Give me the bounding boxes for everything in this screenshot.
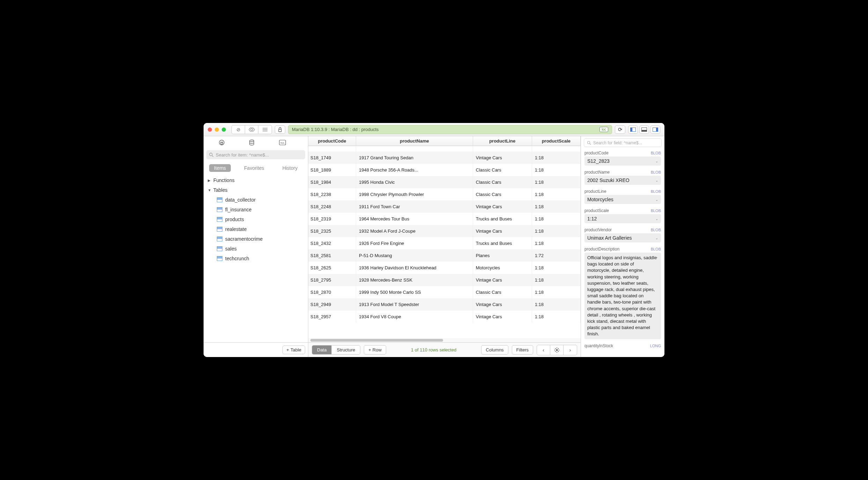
table-row[interactable]: S18_26251936 Harley Davidson El Knuckleh… [308, 262, 581, 274]
table-row[interactable]: S18_19841995 Honda CivicClassic Cars1:18 [308, 176, 581, 188]
table-cell[interactable]: 1:18 [532, 176, 580, 188]
table-row[interactable]: S18_23251932 Model A Ford J-CoupeVintage… [308, 225, 581, 237]
sidebar-tab-favorites[interactable]: Favorites [239, 164, 269, 172]
database-icon[interactable] [249, 139, 263, 146]
minimize-window-button[interactable] [215, 128, 219, 132]
table-cell[interactable]: S18_1889 [308, 164, 356, 176]
table-cell[interactable]: S18_2319 [308, 213, 356, 225]
table-cell[interactable] [356, 146, 473, 152]
sql-icon[interactable]: SQL [279, 140, 293, 145]
tree-section-tables[interactable]: ▼ Tables [204, 185, 308, 195]
table-cell[interactable]: 1:18 [532, 225, 580, 237]
column-header-productLine[interactable]: productLine [473, 136, 532, 146]
table-cell[interactable]: 1926 Ford Fire Engine [356, 237, 473, 249]
table-cell[interactable]: 1:18 [532, 262, 580, 274]
table-row[interactable]: S18_24321926 Ford Fire EngineTrucks and … [308, 237, 581, 249]
field-value[interactable]: 1:12⌄ [584, 214, 661, 223]
table-cell[interactable]: Classic Cars [473, 188, 532, 201]
table-cell[interactable]: 1913 Ford Model T Speedster [356, 298, 473, 311]
field-value[interactable]: 2002 Suzuki XREO⌄ [584, 176, 661, 185]
inspector-search[interactable]: Search for field: ^name$... [584, 138, 662, 147]
table-cell[interactable]: P-51-D Mustang [356, 249, 473, 262]
plug-icon[interactable] [219, 139, 233, 146]
table-cell[interactable]: S18_2581 [308, 249, 356, 262]
sidebar-tab-history[interactable]: History [278, 164, 303, 172]
table-cell[interactable]: 1999 Indy 500 Monte Carlo SS [356, 286, 473, 298]
table-cell[interactable]: 1998 Chrysler Plymouth Prowler [356, 188, 473, 201]
field-value[interactable]: S12_2823⌄ [584, 157, 661, 166]
field-value[interactable]: Motorcycles⌄ [584, 195, 661, 204]
table-cell[interactable]: 1:18 [532, 237, 580, 249]
table-cell[interactable]: Vintage Cars [473, 311, 532, 323]
table-cell[interactable]: 1:18 [532, 164, 580, 176]
add-row-button[interactable]: + Row [364, 345, 386, 355]
table-cell[interactable]: S18_2432 [308, 237, 356, 249]
tree-section-functions[interactable]: ▶ Functions [204, 175, 308, 185]
toggle-right-panel[interactable] [650, 125, 660, 134]
table-row[interactable] [308, 146, 581, 152]
table-cell[interactable]: 1995 Honda Civic [356, 176, 473, 188]
table-cell[interactable]: S18_2325 [308, 225, 356, 237]
table-cell[interactable] [532, 146, 580, 152]
table-cell[interactable]: 1917 Grand Touring Sedan [356, 152, 473, 164]
refresh-button[interactable]: ⟳ [615, 125, 625, 134]
table-cell[interactable]: 1:18 [532, 201, 580, 213]
table-row[interactable]: S18_2581P-51-D MustangPlanes1:72 [308, 249, 581, 262]
gear-icon[interactable] [550, 345, 564, 355]
table-cell[interactable]: 1:18 [532, 152, 580, 164]
table-scroll[interactable]: productCodeproductNameproductLineproduct… [308, 136, 581, 342]
table-cell[interactable]: Vintage Cars [473, 201, 532, 213]
table-cell[interactable]: 1928 Mercedes-Benz SSK [356, 274, 473, 286]
horizontal-scrollbar-thumb[interactable] [310, 339, 443, 342]
table-row[interactable]: S18_29571934 Ford V8 CoupeVintage Cars1:… [308, 311, 581, 323]
eye-icon[interactable] [245, 125, 258, 134]
sidebar-table-techcrunch[interactable]: techcrunch [204, 254, 308, 263]
table-cell[interactable]: S18_2957 [308, 311, 356, 323]
table-cell[interactable]: 1:18 [532, 188, 580, 201]
table-cell[interactable]: Classic Cars [473, 176, 532, 188]
field-value[interactable]: ⌄Official logos and insignias, saddle ba… [584, 253, 661, 339]
column-header-productScale[interactable]: productScale [532, 136, 580, 146]
breadcrumb[interactable]: MariaDB 1:10.3.9 : MariaDB : dd : produc… [288, 125, 612, 134]
table-cell[interactable]: Planes [473, 249, 532, 262]
column-header-productCode[interactable]: productCode [308, 136, 356, 146]
table-cell[interactable]: 1936 Harley Davidson El Knucklehead [356, 262, 473, 274]
table-cell[interactable]: S18_2795 [308, 274, 356, 286]
table-cell[interactable]: Trucks and Buses [473, 213, 532, 225]
next-page-button[interactable]: › [564, 345, 577, 355]
toggle-left-panel[interactable] [628, 125, 638, 134]
table-cell[interactable]: 1911 Ford Town Car [356, 201, 473, 213]
sidebar-table-fl_insurance[interactable]: fl_insurance [204, 205, 308, 214]
table-cell[interactable]: S18_1749 [308, 152, 356, 164]
sidebar-table-realestate[interactable]: realestate [204, 224, 308, 234]
table-cell[interactable]: 1:72 [532, 249, 580, 262]
table-row[interactable]: S18_27951928 Mercedes-Benz SSKVintage Ca… [308, 274, 581, 286]
lock-icon[interactable] [275, 125, 285, 134]
data-tab[interactable]: Data [312, 346, 332, 354]
table-row[interactable]: S18_22481911 Ford Town CarVintage Cars1:… [308, 201, 581, 213]
table-cell[interactable]: Classic Cars [473, 286, 532, 298]
table-cell[interactable]: S18_2248 [308, 201, 356, 213]
table-row[interactable]: S18_18891948 Porsche 356-A Roads...Class… [308, 164, 581, 176]
list-icon[interactable] [258, 125, 272, 134]
table-cell[interactable]: 1:18 [532, 213, 580, 225]
table-cell[interactable]: Vintage Cars [473, 298, 532, 311]
table-cell[interactable]: Vintage Cars [473, 274, 532, 286]
sidebar-table-data_collector[interactable]: data_collector [204, 195, 308, 205]
table-cell[interactable]: 1964 Mercedes Tour Bus [356, 213, 473, 225]
sidebar-table-sales[interactable]: sales [204, 244, 308, 254]
table-cell[interactable]: 1948 Porsche 356-A Roads... [356, 164, 473, 176]
table-cell[interactable]: Vintage Cars [473, 152, 532, 164]
sidebar-table-sacramentocrime[interactable]: sacramentocrime [204, 234, 308, 244]
table-cell[interactable]: 1:18 [532, 311, 580, 323]
table-cell[interactable]: Motorcycles [473, 262, 532, 274]
table-row[interactable]: S18_17491917 Grand Touring SedanVintage … [308, 152, 581, 164]
table-cell[interactable]: S18_2870 [308, 286, 356, 298]
column-header-productName[interactable]: productName [356, 136, 473, 146]
table-row[interactable]: S18_23191964 Mercedes Tour BusTrucks and… [308, 213, 581, 225]
add-table-button[interactable]: + Table [282, 346, 305, 354]
table-cell[interactable]: 1:18 [532, 298, 580, 311]
filters-button[interactable]: Filters [512, 345, 533, 355]
toggle-bottom-panel[interactable] [639, 125, 649, 134]
table-row[interactable]: S18_22381998 Chrysler Plymouth ProwlerCl… [308, 188, 581, 201]
